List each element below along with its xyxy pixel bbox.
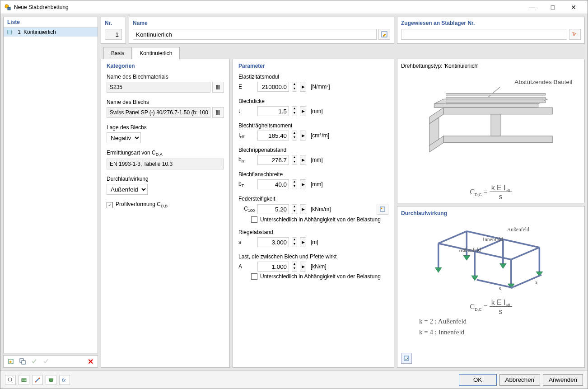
c100-spinner[interactable]: ▲▼	[292, 204, 297, 214]
position-label: Lage des Blechs	[107, 124, 224, 131]
copy-button[interactable]	[17, 356, 28, 366]
e-menu-button[interactable]: ▶	[300, 82, 306, 92]
footer-search-button[interactable]	[5, 375, 16, 385]
categories-title: Kategorien	[107, 63, 224, 69]
rename-button[interactable]	[378, 29, 390, 40]
list-item-color-icon	[7, 30, 12, 34]
diagram-tool-button[interactable]	[401, 353, 412, 364]
maximize-button[interactable]: □	[542, 0, 563, 14]
br-spinner[interactable]: ▲▼	[292, 155, 297, 165]
name-label: Name	[133, 20, 390, 26]
bt-input[interactable]	[257, 179, 289, 189]
exclude-button	[41, 356, 51, 366]
apply-button[interactable]: Anwenden	[543, 374, 583, 386]
minimize-button[interactable]: —	[522, 0, 542, 14]
svg-rect-1	[8, 7, 10, 10]
list-panel: Liste 1 Kontinuierlich	[3, 17, 98, 353]
a-spinner[interactable]: ▲▼	[292, 262, 297, 272]
footer-function-button[interactable]: fx	[59, 375, 70, 385]
assign-field[interactable]	[401, 29, 567, 40]
br-menu-button[interactable]: ▶	[300, 155, 306, 165]
material-library-button[interactable]	[212, 82, 224, 93]
i-spinner[interactable]: ▲▼	[292, 131, 297, 141]
i-input[interactable]	[257, 131, 289, 141]
footer-member-button[interactable]	[32, 375, 43, 385]
svg-marker-40	[500, 263, 506, 268]
position-select[interactable]: Negativ	[107, 132, 141, 143]
beam-diagram: Abstützendes Bauteil	[401, 72, 581, 181]
pick-button[interactable]	[569, 29, 581, 40]
bt-menu-button[interactable]: ▶	[300, 179, 306, 189]
s-menu-button[interactable]: ▶	[300, 237, 306, 247]
a-menu-button[interactable]: ▶	[300, 262, 306, 272]
i-unit: [cm⁴/m]	[311, 132, 329, 139]
list-item[interactable]: 1 Kontinuierlich	[4, 28, 98, 37]
continuity-diagram-panel: Durchlaufwirkung	[397, 206, 585, 368]
t-spinner[interactable]: ▲▼	[292, 106, 297, 116]
delete-button[interactable]: ✕	[85, 356, 96, 366]
footer: 0,00 fx OK Abbrechen Anwenden	[0, 370, 588, 389]
c100-edit-button[interactable]	[377, 204, 388, 215]
sheet-library-button[interactable]	[212, 107, 224, 118]
type-diagram-title: Drehbettungstyp: 'Kontinuierlich'	[401, 63, 581, 69]
a-input[interactable]	[257, 262, 289, 272]
c100-menu-button[interactable]: ▶	[300, 204, 306, 214]
s-input[interactable]	[257, 237, 289, 247]
tabs: Basis Kontinuierlich Kategorien Name des…	[101, 47, 585, 368]
a-label: Last, die zwischen Blech und Pfette wirk…	[238, 253, 388, 260]
e-spinner[interactable]: ▲▼	[292, 82, 297, 92]
s-spinner[interactable]: ▲▼	[292, 237, 297, 247]
assign-label: Zugewiesen an Stablager Nr.	[401, 20, 581, 26]
name-field[interactable]	[133, 29, 377, 40]
right-column: Nr. Name Zugewiesen an Stablager Nr.	[101, 17, 585, 368]
c100-diff-checkbox[interactable]	[251, 216, 257, 223]
svg-rect-10	[218, 110, 220, 115]
t-input[interactable]	[257, 106, 289, 116]
e-input[interactable]	[257, 82, 289, 92]
continuity-label: Durchlaufwirkung	[107, 176, 224, 182]
continuity-select[interactable]: Außenfeld	[107, 184, 148, 195]
continuity-diagram-title: Durchlaufwirkung	[401, 210, 581, 216]
c100-unit: [kNm/m]	[311, 206, 331, 212]
e-unit: [N/mm²]	[311, 84, 330, 90]
window-controls: — □ ✕	[522, 0, 584, 14]
footer-view-button[interactable]	[46, 375, 56, 385]
tab-kontinuierlich[interactable]: Kontinuierlich	[132, 47, 180, 59]
svg-rect-23	[446, 101, 546, 103]
close-button[interactable]: ✕	[563, 0, 584, 14]
bt-spinner[interactable]: ▲▼	[292, 179, 297, 189]
svg-rect-7	[216, 85, 218, 89]
a-diff-label: Unterschiedlich in Abhängigkeit von der …	[260, 273, 381, 280]
c100-symbol: C100	[238, 206, 255, 213]
method-label: Ermittlungsart von CD,A	[107, 150, 224, 157]
window-title: Neue Stabdrehbettung	[14, 4, 522, 10]
tab-basis[interactable]: Basis	[103, 47, 132, 59]
nr-field	[105, 29, 122, 40]
svg-rect-9	[216, 110, 218, 115]
svg-rect-14	[443, 136, 552, 143]
i-menu-button[interactable]: ▶	[300, 131, 306, 141]
new-button[interactable]: ★	[5, 356, 16, 366]
t-menu-button[interactable]: ▶	[300, 106, 306, 116]
aussenfeld-label-2: Außenfeld	[458, 247, 481, 253]
list-item-label: Kontinuierlich	[23, 29, 56, 35]
left-column: Liste 1 Kontinuierlich ★ ✕	[3, 17, 98, 368]
a-diff-checkbox[interactable]	[251, 273, 257, 280]
br-symbol: bR	[238, 156, 255, 164]
a-unit: [kN/m]	[311, 263, 327, 270]
cancel-button[interactable]: Abbrechen	[499, 374, 540, 386]
profile-deformation-checkbox[interactable]: ✓	[107, 202, 113, 208]
method-field: EN 1993-1-3, Tabelle 10.3	[107, 159, 224, 169]
type-diagram-panel: Drehbettungstyp: 'Kontinuierlich' Abstüt…	[397, 59, 585, 203]
bt-unit: [mm]	[311, 181, 323, 187]
header-row: Nr. Name Zugewiesen an Stablager Nr.	[101, 17, 585, 44]
s-dim-1: s	[535, 279, 537, 285]
svg-rect-16	[491, 114, 500, 136]
list-toolbar: ★ ✕	[3, 355, 98, 368]
footer-units-button[interactable]: 0,00	[19, 375, 29, 385]
ok-button[interactable]: OK	[459, 374, 497, 386]
material-field: S235	[107, 82, 210, 93]
c100-input[interactable]	[257, 204, 289, 214]
br-input[interactable]	[257, 155, 289, 165]
t-unit: [mm]	[311, 108, 323, 114]
